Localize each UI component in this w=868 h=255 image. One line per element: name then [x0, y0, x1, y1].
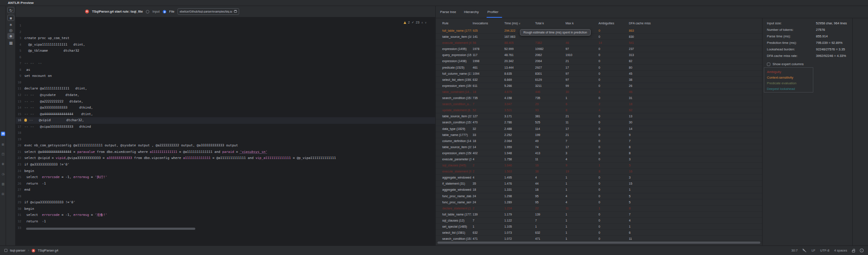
file-path-field[interactable]: ebelice/Github/tsql-parser/examples/big.… [178, 8, 239, 15]
checkbox-icon[interactable] [767, 63, 770, 66]
column-header[interactable]: Time (ms) [504, 22, 534, 25]
column-header[interactable]: Ambiguities [598, 22, 628, 25]
code-line[interactable]: 2 [16, 29, 435, 36]
code-line[interactable]: 31 select errorcode = -1, errormsg = '准备… [16, 212, 435, 219]
profiler-row[interactable]: expression_elem (1590)6115.266321199026 [436, 83, 762, 89]
profiler-row[interactable]: aggregate_windowed...181.33118101 [436, 187, 762, 193]
code-line[interactable]: 21select @a444444444444444 = paravalue f… [16, 149, 435, 156]
profiler-row[interactable]: full_table_name (1775)925294.3220863 [436, 28, 762, 34]
code-line[interactable]: 18 [16, 130, 435, 136]
code-line[interactable]: 12-- -- @sysdate dtdate, [16, 92, 435, 99]
profiler-row[interactable]: func_proc_name_serv...241.28995405 [436, 199, 762, 205]
code-line[interactable]: 3create proc up_com_test [16, 35, 435, 42]
grid-icon[interactable]: ▦ [7, 40, 14, 46]
profiler-row[interactable]: full_column_name (17...10948.63583019704… [436, 71, 762, 77]
code-line[interactable]: 17-- -- @vipa333333333333 dtkind [16, 124, 435, 130]
column-header[interactable]: Total k [535, 22, 564, 25]
profiler-row[interactable]: execute_statement (40...5688.40573824614… [436, 40, 762, 46]
profiler-row[interactable]: table_source_item (15...141.959741708 [436, 144, 762, 150]
profiler-row[interactable]: execute_statement (9...21.5633819816 [436, 169, 762, 175]
profiler-row[interactable]: sql_clauses (945)21.64616915 [436, 162, 762, 169]
profiler-row[interactable]: expression (1495)197852.99910982970237 [436, 46, 762, 52]
readonly-pen-icon[interactable] [802, 248, 807, 253]
code-line[interactable]: 11declare @a1111111111111 dtint, [16, 86, 435, 92]
code-line[interactable]: 16-- @vipid dtchar32, [16, 117, 435, 124]
chevron-up-icon[interactable] [421, 21, 423, 24]
profiler-row[interactable]: expression_elem (1589)4021.948413308 [436, 150, 762, 156]
stop-icon[interactable]: ■ [7, 15, 14, 21]
profiler-row[interactable]: declare_statement (1...21.224221118 [436, 205, 762, 212]
profiler-row[interactable]: column_definition (1421)182.06449707 [436, 138, 762, 144]
profiler-row[interactable]: full_table_name (1773)1391.179139107 [436, 212, 762, 218]
input-radio-label[interactable]: Input [152, 10, 160, 13]
profiler-row[interactable]: select_list (1581)6321.073632106 [436, 230, 762, 236]
antlr-preview-tool-icon[interactable]: ▤ [1, 132, 5, 136]
profiler-row[interactable]: expression (1498)199820.342206421082 [436, 58, 762, 64]
profiler-row[interactable]: func_proc_name_data...241.29895405 [436, 193, 762, 199]
code-line[interactable]: 10 [16, 79, 435, 86]
column-header[interactable]: Invocations [473, 22, 503, 25]
encoding-indicator[interactable]: UTF-8 [820, 248, 829, 252]
code-line[interactable]: 24begin [16, 168, 435, 175]
show-expert-columns-label[interactable]: Show expert columns [773, 62, 804, 66]
profiler-row[interactable]: table_source_item (16...141167.9830830 [436, 34, 762, 40]
line-ending-indicator[interactable]: LF [812, 248, 815, 252]
code-line[interactable]: 1 [16, 23, 435, 29]
code-line[interactable]: 13-- -- @a2222222222 dtdate, [16, 99, 435, 105]
breadcrumb-project[interactable]: tsql-parser [10, 248, 25, 252]
column-header[interactable]: Rule [442, 22, 471, 25]
caret-position[interactable]: 30:7 [791, 248, 798, 252]
chevron-down-icon[interactable] [425, 21, 427, 24]
tool-window-icon-2[interactable]: ⊞ [1, 142, 5, 147]
profiler-person-icon[interactable]: ☻ [7, 33, 14, 39]
code-line[interactable]: 25 select errorcode = -1, errormsg = '执行… [16, 174, 435, 181]
code-line[interactable]: 22select @vipid = vipid,@vipa33333333333… [16, 155, 435, 162]
folder-icon[interactable] [234, 10, 237, 13]
file-radio[interactable] [163, 10, 166, 13]
column-header[interactable]: DFA cache miss [629, 22, 668, 25]
code-line[interactable]: 8 as [16, 67, 435, 73]
profiler-row[interactable]: select_list_elem (1592)6326.669612997038 [436, 77, 762, 83]
tool-window-icon-7[interactable]: ⊟ [1, 192, 5, 196]
editor-horizontal-scrollbar[interactable] [26, 228, 195, 230]
code-line[interactable]: 20exec nb_com_getsysconfig @a11111111111… [16, 142, 435, 149]
code-line[interactable]: 5 @p_tblname dtchar32 [16, 48, 435, 54]
tool-window-icon-6[interactable]: ▥ [1, 182, 5, 186]
tool-window-icon-4[interactable]: ⚙ [1, 162, 5, 166]
window-icon[interactable] [4, 249, 7, 252]
profiler-row[interactable]: if_statement (31)351.476441015 [436, 181, 762, 187]
intention-bulb-icon[interactable] [24, 119, 27, 122]
asterisk-icon[interactable]: ∗ [7, 22, 14, 28]
code-line[interactable]: 30begin [16, 206, 435, 212]
profiler-row[interactable]: search_condition (1517)4702.78652511030 [436, 119, 762, 126]
code-line[interactable]: 14-- -- @a333333333333 dtkind, [16, 105, 435, 111]
profiler-row[interactable]: set_special (1485)11.1051101 [436, 224, 762, 230]
tab-hierarchy[interactable]: Hierarchy [464, 6, 479, 18]
profiler-row[interactable]: execute_parameter (1...41.75811403 [436, 156, 762, 162]
code-line[interactable]: 28 [16, 193, 435, 200]
show-expert-columns-row[interactable]: Show expert columns [763, 62, 854, 66]
profiler-row[interactable]: sql_clauses (12)71.1227104 [436, 218, 762, 224]
profiler-row[interactable]: table_constraint (14...184.67944630446 [436, 89, 762, 95]
notifications-icon[interactable] [860, 248, 864, 252]
table-horizontal-scrollbar[interactable] [437, 242, 760, 244]
code-line[interactable]: 19 [16, 136, 435, 143]
code-line[interactable]: 23if @a333333333333 !='0' [16, 162, 435, 168]
profiler-row[interactable]: table_source_item (15...1273.17138121013 [436, 113, 762, 119]
column-header[interactable]: Max k [566, 22, 597, 25]
tab-profiler[interactable]: Profiler [487, 6, 498, 18]
profiler-row[interactable]: aggregate_windowed...41.4954103 [436, 175, 762, 181]
code-line[interactable]: 26 return -1 [16, 181, 435, 187]
code-line[interactable]: 27end [16, 187, 435, 193]
code-line[interactable]: 6 [16, 54, 435, 61]
code-line[interactable]: 4 @p_vipa1111111111111 dtint, [16, 42, 435, 48]
profiler-row[interactable]: update_statement (6...523.521938462 [436, 107, 762, 113]
code-line[interactable]: 9set nocount on [16, 73, 435, 79]
profiler-row[interactable]: data_type (1829)322.48811417014 [436, 126, 762, 132]
profiler-row[interactable]: table_name (1777)332.2521992109 [436, 132, 762, 138]
profiler-row[interactable]: predicate (1525)46113.444292717080 [436, 65, 762, 71]
tool-window-icon-5[interactable]: ◷ [1, 172, 5, 176]
search-icon[interactable]: ◎ [7, 27, 14, 33]
code-lines[interactable]: 123create proc up_com_test4 @p_vipa11111… [16, 17, 435, 231]
breadcrumb-file[interactable]: TSqlParser.g4 [38, 248, 59, 252]
